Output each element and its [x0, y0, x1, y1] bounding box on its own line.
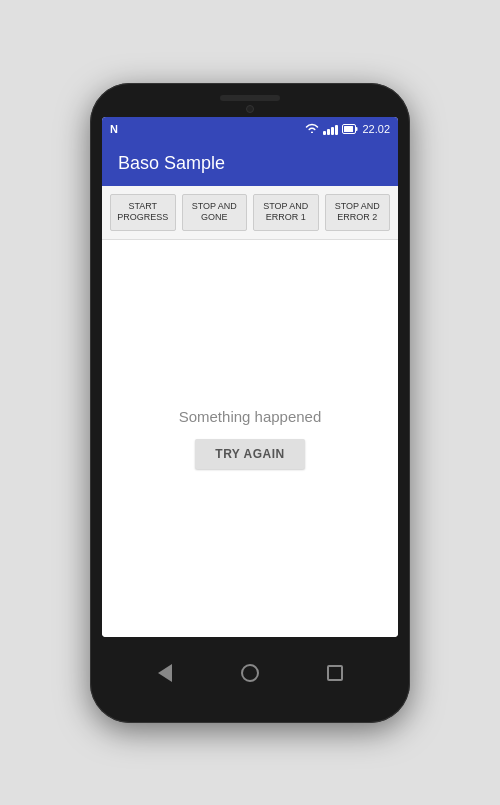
status-time: 22.02 [362, 123, 390, 135]
recents-icon [327, 665, 343, 681]
signal-bars-icon [323, 123, 338, 135]
stop-and-error-2-button[interactable]: STOP ANDERROR 2 [325, 194, 391, 231]
back-icon [158, 664, 172, 682]
network-icon: N [110, 123, 118, 135]
svg-rect-2 [344, 126, 353, 132]
toolbar: STARTPROGRESS STOP ANDGONE STOP ANDERROR… [102, 186, 398, 240]
stop-and-error-1-button[interactable]: STOP ANDERROR 1 [253, 194, 319, 231]
start-progress-button[interactable]: STARTPROGRESS [110, 194, 176, 231]
signal-bar-4 [335, 125, 338, 135]
signal-bar-3 [331, 127, 334, 135]
recents-button[interactable] [320, 658, 350, 688]
battery-icon [342, 124, 358, 134]
error-message: Something happened [179, 408, 322, 425]
try-again-button[interactable]: TRY AGAIN [195, 439, 304, 469]
status-right: 22.02 [305, 123, 390, 135]
phone-camera [246, 105, 254, 113]
status-bar: N [102, 117, 398, 141]
status-left: N [110, 123, 118, 135]
signal-bar-2 [327, 129, 330, 135]
app-title: Baso Sample [118, 153, 225, 173]
phone-frame: N [90, 83, 410, 723]
bottom-nav [102, 645, 398, 701]
back-button[interactable] [150, 658, 180, 688]
wifi-icon [305, 123, 319, 135]
svg-rect-1 [356, 127, 358, 131]
home-button[interactable] [235, 658, 265, 688]
phone-speaker [220, 95, 280, 101]
home-icon [241, 664, 259, 682]
main-content: Something happened TRY AGAIN [102, 240, 398, 637]
phone-screen: N [102, 117, 398, 637]
app-bar: Baso Sample [102, 141, 398, 186]
stop-and-gone-button[interactable]: STOP ANDGONE [182, 194, 248, 231]
signal-bar-1 [323, 131, 326, 135]
